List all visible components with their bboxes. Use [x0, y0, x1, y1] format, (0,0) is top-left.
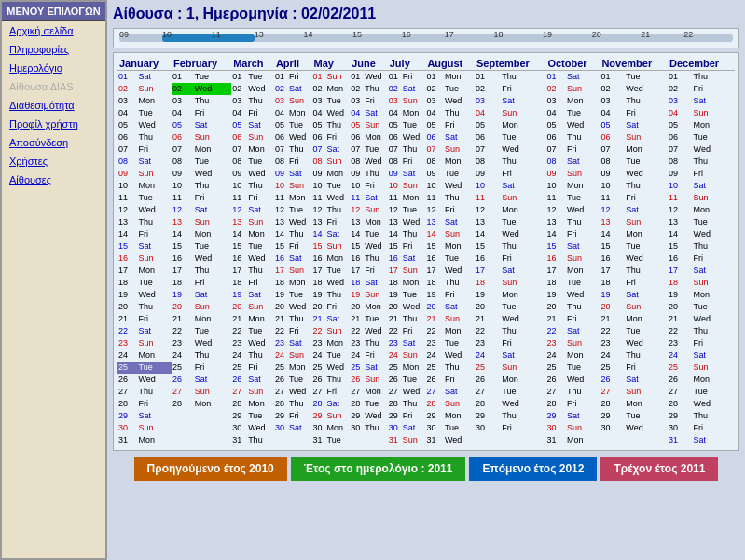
table-row[interactable]: 23 — [274, 337, 288, 349]
table-row[interactable]: 06 — [475, 131, 501, 143]
table-row[interactable]: 16 — [172, 253, 194, 265]
table-row[interactable]: 29 — [350, 410, 364, 422]
table-row[interactable]: 18 — [231, 277, 247, 289]
table-row[interactable]: 14 — [172, 228, 194, 240]
table-row[interactable]: 05 — [312, 119, 326, 131]
table-row[interactable]: 20 — [231, 301, 247, 313]
table-row[interactable]: 22 — [475, 325, 501, 337]
table-row[interactable]: 05 — [425, 119, 444, 131]
table-row[interactable]: 31 — [668, 434, 693, 446]
table-row[interactable]: 22 — [172, 325, 194, 337]
table-row[interactable]: 16 — [117, 253, 138, 265]
table-row[interactable]: 26 — [600, 374, 625, 386]
table-row[interactable]: 24 — [425, 349, 444, 362]
table-row[interactable]: 28 — [312, 398, 326, 410]
sidebar-item-profile[interactable]: Προφίλ χρήστη — [2, 115, 105, 133]
table-row[interactable]: 11 — [117, 192, 138, 204]
table-row[interactable]: 18 — [274, 277, 288, 289]
table-row[interactable]: 19 — [425, 289, 444, 301]
table-row[interactable]: 24 — [231, 349, 247, 362]
table-row[interactable]: 01 — [231, 71, 247, 84]
table-row[interactable]: 01 — [117, 71, 138, 84]
table-row[interactable]: 07 — [117, 143, 138, 156]
table-row[interactable]: 27 — [312, 386, 326, 398]
table-row[interactable]: 10 — [600, 180, 625, 192]
table-row[interactable]: 12 — [425, 204, 444, 216]
table-row[interactable]: 07 — [172, 143, 194, 156]
table-row[interactable]: 09 — [274, 168, 288, 180]
table-row[interactable]: 17 — [475, 265, 501, 277]
table-row[interactable]: 11 — [545, 192, 566, 204]
table-row[interactable]: 07 — [545, 143, 566, 156]
table-row[interactable]: 13 — [274, 216, 288, 228]
table-row[interactable]: 26 — [668, 374, 693, 386]
table-row[interactable]: 19 — [231, 289, 247, 301]
table-row[interactable]: 26 — [350, 374, 364, 386]
table-row[interactable]: 09 — [172, 168, 194, 180]
table-row[interactable]: 14 — [600, 228, 625, 240]
table-row[interactable]: 15 — [312, 240, 326, 253]
table-row[interactable]: 14 — [668, 228, 693, 240]
table-row[interactable]: 30 — [425, 422, 444, 434]
table-row[interactable]: 19 — [545, 289, 566, 301]
table-row[interactable]: 22 — [312, 325, 326, 337]
table-row[interactable]: 18 — [425, 277, 444, 289]
table-row[interactable]: 08 — [600, 156, 625, 168]
table-row[interactable]: 29 — [425, 410, 444, 422]
table-row[interactable]: 26 — [117, 374, 138, 386]
table-row[interactable]: 05 — [388, 119, 402, 131]
table-row[interactable]: 09 — [668, 168, 693, 180]
table-row[interactable]: 07 — [350, 143, 364, 156]
table-row[interactable]: 20 — [668, 301, 693, 313]
table-row[interactable]: 18 — [475, 277, 501, 289]
table-row[interactable]: 04 — [545, 107, 566, 119]
table-row[interactable]: 06 — [274, 131, 288, 143]
table-row[interactable]: 26 — [231, 374, 247, 386]
table-row[interactable]: 15 — [231, 240, 247, 253]
table-row[interactable]: 12 — [312, 204, 326, 216]
table-row[interactable]: 28 — [600, 398, 625, 410]
table-row[interactable]: 03 — [172, 95, 194, 107]
table-row[interactable]: 18 — [545, 277, 566, 289]
sidebar-item-info[interactable]: Πληροφορίες — [2, 40, 105, 59]
table-row[interactable]: 25 — [231, 362, 247, 374]
table-row[interactable]: 17 — [668, 265, 693, 277]
table-row[interactable]: 04 — [350, 107, 364, 119]
table-row[interactable]: 21 — [475, 313, 501, 325]
table-row[interactable]: 22 — [274, 325, 288, 337]
table-row[interactable]: 22 — [388, 325, 402, 337]
table-row[interactable]: 28 — [388, 398, 402, 410]
table-row[interactable]: 25 — [545, 362, 566, 374]
table-row[interactable]: 30 — [274, 422, 288, 434]
table-row[interactable]: 30 — [545, 422, 566, 434]
table-row[interactable]: 11 — [274, 192, 288, 204]
table-row[interactable]: 01 — [388, 71, 402, 84]
table-row[interactable]: 26 — [274, 374, 288, 386]
table-row[interactable]: 15 — [172, 240, 194, 253]
table-row[interactable]: 28 — [425, 398, 444, 410]
table-row[interactable]: 20 — [388, 301, 402, 313]
table-row[interactable]: 20 — [425, 301, 444, 313]
table-row[interactable]: 24 — [600, 349, 625, 362]
table-row[interactable]: 23 — [350, 337, 364, 349]
table-row[interactable]: 29 — [388, 410, 402, 422]
table-row[interactable]: 15 — [475, 240, 501, 253]
table-row[interactable]: 11 — [350, 192, 364, 204]
current-year-button[interactable]: Έτος στο ημερολόγιο : 2011 — [291, 457, 466, 481]
table-row[interactable]: 17 — [545, 265, 566, 277]
table-row[interactable]: 08 — [172, 156, 194, 168]
table-row[interactable]: 12 — [600, 204, 625, 216]
table-row[interactable]: 13 — [172, 216, 194, 228]
table-row[interactable]: 07 — [231, 143, 247, 156]
table-row[interactable]: 09 — [117, 168, 138, 180]
table-row[interactable]: 12 — [545, 204, 566, 216]
table-row[interactable]: 31 — [545, 434, 566, 446]
table-row[interactable]: 03 — [425, 95, 444, 107]
table-row[interactable]: 04 — [274, 107, 288, 119]
table-row[interactable]: 24 — [117, 349, 138, 362]
table-row[interactable]: 20 — [600, 301, 625, 313]
table-row[interactable]: 20 — [475, 301, 501, 313]
table-row[interactable]: 03 — [388, 95, 402, 107]
table-row[interactable]: 13 — [475, 216, 501, 228]
table-row[interactable]: 29 — [545, 410, 566, 422]
